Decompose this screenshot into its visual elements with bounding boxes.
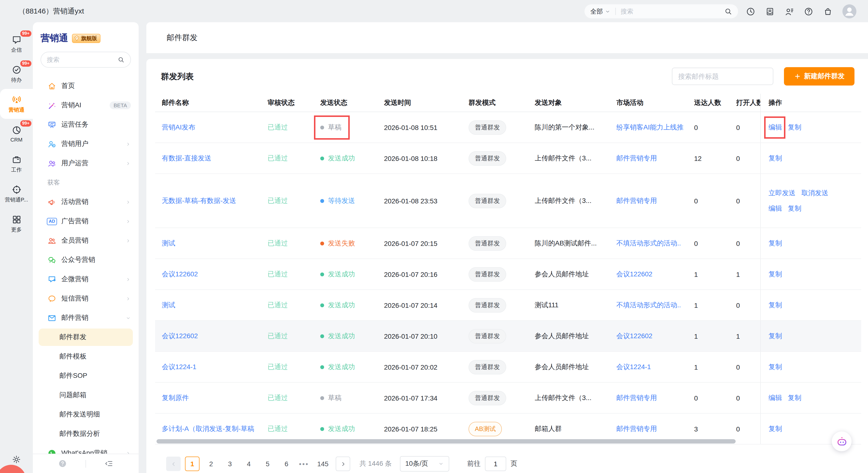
send-time: 2026-01-07 20:15: [384, 239, 468, 247]
next-page-button[interactable]: [336, 456, 350, 471]
mail-name-link[interactable]: 有数据-直接发送: [162, 154, 211, 161]
divider: [86, 460, 86, 468]
action-link[interactable]: 复制: [788, 123, 801, 132]
action-link[interactable]: 复制: [769, 363, 782, 371]
sidebar-item-6[interactable]: 活动营销: [33, 192, 138, 212]
campaign-link[interactable]: 会议1224-1: [616, 363, 651, 370]
sidebar-item-2[interactable]: 运营任务: [33, 115, 138, 134]
campaign-link[interactable]: 不填活动形式的活动..: [616, 301, 681, 308]
help-circle-icon[interactable]: [58, 459, 67, 468]
sidebar-item-1[interactable]: 营销AIBETA: [33, 96, 138, 115]
search-icon[interactable]: [724, 7, 732, 16]
global-search[interactable]: 全部 搜索: [585, 4, 738, 18]
campaign-link[interactable]: 邮件营销专用: [616, 393, 657, 401]
help-icon[interactable]: [804, 6, 813, 16]
action-link[interactable]: 复制: [769, 424, 782, 433]
mail-title-search-input[interactable]: [672, 68, 773, 85]
action-link[interactable]: 复制: [769, 154, 782, 162]
mail-name-link[interactable]: 测试: [162, 301, 175, 308]
action-link[interactable]: 编辑: [769, 204, 782, 213]
campaign-link[interactable]: 邮件营销专用: [616, 424, 657, 432]
action-link[interactable]: 复制: [769, 270, 782, 278]
create-mail-campaign-button[interactable]: 新建邮件群发: [784, 67, 855, 86]
chevron-right-icon: [126, 161, 131, 166]
action-link[interactable]: 取消发送: [801, 189, 828, 197]
campaign-link[interactable]: 会议122602: [616, 270, 652, 277]
campaign-link[interactable]: 纷享销客AI能力上线推: [616, 123, 683, 131]
column-header-6: 市场活动: [616, 98, 694, 107]
action-link[interactable]: 复制: [788, 204, 801, 213]
rail-item-yingxiaotong-p[interactable]: 营销通P...: [0, 179, 33, 209]
campaign-link[interactable]: 邮件营销专用: [616, 197, 657, 204]
rail-item-more[interactable]: 更多: [0, 209, 33, 239]
sidebar-subitem-17[interactable]: 邮件发送明细: [33, 405, 138, 424]
sidebar-item-0[interactable]: 首页: [33, 76, 138, 96]
sidebar-subitem-15[interactable]: 邮件SOP: [33, 366, 138, 386]
campaign-link[interactable]: 不填活动形式的活动..: [616, 239, 681, 247]
settings-gear-icon[interactable]: [11, 455, 21, 464]
sidebar-item-3[interactable]: 营销用户: [33, 134, 138, 154]
search-scope-select[interactable]: 全部: [590, 7, 611, 16]
page-button-1[interactable]: 1: [185, 456, 199, 471]
sidebar-item-4[interactable]: 用户运营: [33, 154, 138, 173]
sidebar-item-7[interactable]: AD广告营销: [33, 212, 138, 231]
page-button-3[interactable]: 3: [223, 456, 237, 471]
rail-item-yingxiaotong[interactable]: 营销通: [0, 89, 33, 119]
sidebar-subitem-18[interactable]: 邮件数据分析: [33, 424, 138, 444]
goto-page-input[interactable]: [485, 456, 506, 471]
rail-item-qixin[interactable]: 99+企信: [0, 29, 33, 59]
rail-item-todo[interactable]: 99+待办: [0, 59, 33, 89]
sidebar-subitem-16[interactable]: 问题邮箱: [33, 386, 138, 405]
mail-name-link[interactable]: 营销AI发布: [162, 123, 195, 131]
send-time: 2026-01-07 20:10: [384, 332, 468, 340]
sidebar-item-label: 邮件营销: [61, 314, 121, 322]
mail-name-link[interactable]: 会议1224-1: [162, 363, 196, 370]
avatar[interactable]: [842, 4, 857, 18]
collapse-sidebar-icon[interactable]: [104, 459, 114, 468]
horizontal-scrollbar[interactable]: [156, 439, 736, 444]
sidebar-item-11[interactable]: 短信营销: [33, 289, 138, 308]
action-link[interactable]: 立即发送: [769, 189, 796, 197]
sidebar-search[interactable]: 搜索: [40, 52, 131, 68]
action-link[interactable]: 编辑: [769, 393, 782, 402]
mail-name-link[interactable]: 测试: [162, 239, 175, 247]
action-link[interactable]: 编辑: [769, 123, 782, 132]
sidebar-subitem-13[interactable]: 邮件群发: [39, 329, 133, 346]
campaign-link[interactable]: 会议122602: [616, 332, 652, 339]
notice-icon[interactable]: [765, 6, 775, 16]
action-link[interactable]: 复制: [788, 393, 801, 402]
sidebar-subitem-14[interactable]: 邮件模板: [33, 347, 138, 366]
pages-ellipsis[interactable]: •••: [298, 460, 310, 468]
page-button-4[interactable]: 4: [242, 456, 256, 471]
rail-item-work[interactable]: 工作: [0, 149, 33, 179]
campaign-link[interactable]: 邮件营销专用: [616, 154, 657, 161]
sidebar-item-10[interactable]: 企微营销: [33, 270, 138, 289]
rail-item-crm[interactable]: 99+CRM: [0, 119, 33, 149]
mail-name-link[interactable]: 多计划-A（取消发送-复制-草稿: [162, 424, 254, 432]
action-link[interactable]: 复制: [769, 301, 782, 309]
page-button-2[interactable]: 2: [204, 456, 218, 471]
mail-name-link[interactable]: 无数据-草稿-有数据-发送: [162, 197, 236, 204]
mail-name-link[interactable]: 复制原件: [162, 393, 189, 401]
mail-name-link[interactable]: 会议122602: [162, 270, 198, 277]
prev-page-button[interactable]: [166, 456, 181, 471]
page-button-145[interactable]: 145: [314, 456, 331, 471]
chevron-right-icon: [126, 296, 131, 301]
sidebar-item-9[interactable]: 公众号营销: [33, 250, 138, 270]
action-link[interactable]: 复制: [769, 239, 782, 247]
assistant-robot-button[interactable]: [832, 432, 851, 451]
ad-icon: AD: [47, 217, 57, 226]
contacts-icon[interactable]: [784, 6, 794, 16]
page-size-select[interactable]: 10条/页: [400, 456, 449, 472]
sidebar-search-placeholder: 搜索: [47, 55, 117, 64]
mail-name-link[interactable]: 会议122602: [162, 332, 198, 339]
row-actions: 编辑复制: [760, 112, 861, 143]
bag-icon[interactable]: [823, 6, 833, 16]
sidebar-item-8[interactable]: 全员营销: [33, 231, 138, 250]
page-button-6[interactable]: 6: [279, 456, 294, 471]
clock-icon[interactable]: [746, 6, 755, 16]
action-link[interactable]: 复制: [769, 332, 782, 341]
page-button-5[interactable]: 5: [260, 456, 275, 471]
column-header-2: 发送状态: [320, 98, 384, 107]
sidebar-item-12[interactable]: 邮件营销: [33, 308, 138, 328]
